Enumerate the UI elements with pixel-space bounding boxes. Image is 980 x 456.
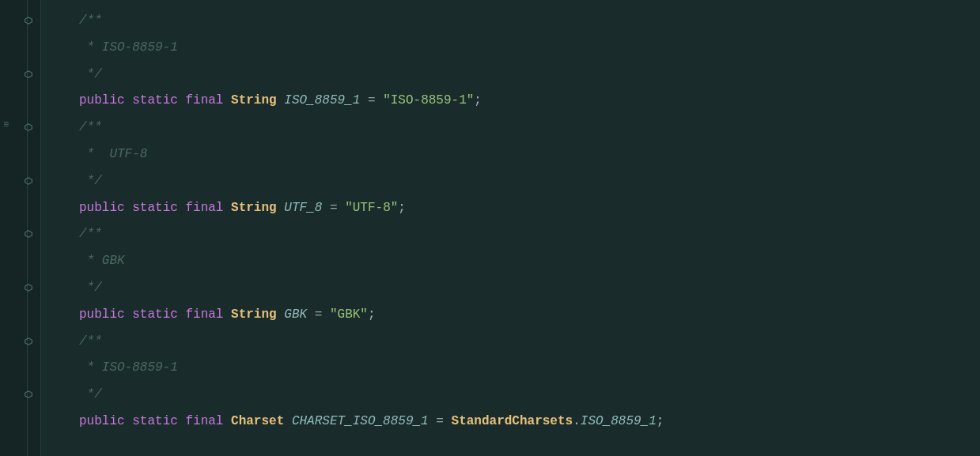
code-token: * GBK (79, 254, 125, 268)
code-token: ; (656, 414, 664, 428)
code-line[interactable]: /** (79, 115, 980, 141)
code-line[interactable]: * UTF-8 (79, 141, 980, 168)
code-token: "ISO-8859-1" (383, 93, 474, 107)
code-token: /** (79, 334, 102, 349)
fold-marker-icon[interactable] (22, 14, 35, 27)
code-token: */ (79, 387, 102, 401)
code-token: /** (79, 13, 102, 28)
fold-marker-icon[interactable] (22, 281, 35, 294)
code-token: Charset (231, 414, 284, 428)
code-token: CHARSET_ISO_8859_1 (292, 414, 429, 428)
code-line[interactable]: public static final Charset CHARSET_ISO_… (79, 409, 980, 435)
code-token: ISO_8859_1 (581, 414, 656, 428)
code-line[interactable]: public static final String UTF_8 = "UTF-… (79, 195, 980, 222)
code-token: = (330, 201, 338, 215)
code-token: GBK (284, 307, 307, 322)
fold-marker-icon[interactable] (22, 175, 35, 187)
code-token: final (185, 93, 223, 107)
gutter[interactable] (17, 0, 41, 456)
code-line[interactable]: /** (79, 8, 980, 35)
fold-marker-icon[interactable] (22, 68, 35, 81)
code-line[interactable]: */ (79, 168, 980, 195)
code-token (322, 201, 330, 215)
code-token: StandardCharsets (452, 414, 573, 428)
code-token (277, 307, 285, 322)
code-editor[interactable]: ≡ /** * ISO-8859-1 */public static final… (0, 0, 980, 456)
code-token (125, 307, 133, 322)
fold-marker-icon[interactable] (22, 388, 35, 401)
code-token: final (185, 201, 223, 215)
code-line[interactable]: /** (79, 221, 980, 248)
code-line[interactable]: * ISO-8859-1 (79, 35, 980, 62)
code-token (360, 93, 368, 107)
code-token (277, 93, 285, 107)
fold-marker-icon[interactable] (22, 121, 35, 134)
code-token: ; (398, 201, 406, 215)
code-line[interactable]: * ISO-8859-1 (79, 355, 980, 382)
code-token: /** (79, 120, 102, 134)
code-token: String (231, 307, 277, 322)
code-token: * ISO-8859-1 (79, 40, 178, 55)
code-token: * UTF-8 (79, 147, 147, 161)
code-token (223, 93, 231, 107)
code-token (338, 201, 346, 215)
code-token (125, 93, 133, 107)
minimap-column: ≡ (0, 0, 17, 456)
code-token: */ (79, 67, 102, 81)
code-token: /** (79, 227, 102, 241)
code-token (178, 93, 186, 107)
fold-marker-icon[interactable] (22, 335, 35, 348)
code-token: static (132, 201, 178, 215)
code-token: = (436, 414, 444, 428)
code-token: "GBK" (330, 307, 368, 322)
code-token: public (79, 93, 125, 107)
code-token (376, 93, 384, 107)
code-token (223, 307, 231, 322)
code-token: final (185, 414, 223, 428)
code-token: */ (79, 174, 102, 188)
code-line[interactable]: public static final String ISO_8859_1 = … (79, 88, 980, 115)
code-token: public (79, 201, 125, 215)
code-line[interactable]: */ (79, 382, 980, 409)
code-token (322, 307, 330, 322)
breadcrumb-icon: ≡ (3, 119, 9, 130)
code-token: ISO_8859_1 (284, 93, 360, 107)
code-token: final (185, 307, 223, 322)
code-token (429, 414, 437, 428)
code-token (444, 414, 452, 428)
code-token (178, 307, 186, 322)
code-token: ; (474, 93, 482, 107)
code-token: "UTF-8" (345, 201, 398, 215)
code-token: * ISO-8859-1 (79, 360, 178, 375)
code-line[interactable]: /** (79, 329, 980, 356)
code-token: . (573, 414, 581, 428)
code-token: String (231, 201, 277, 215)
code-token (178, 414, 186, 428)
code-token: static (132, 93, 178, 107)
code-token (125, 201, 133, 215)
code-token (277, 201, 285, 215)
code-token (307, 307, 315, 322)
code-token (223, 201, 231, 215)
code-token: static (132, 307, 178, 322)
code-line[interactable]: * GBK (79, 248, 980, 275)
code-token: public (79, 307, 125, 322)
code-token (284, 414, 292, 428)
code-token: UTF_8 (284, 201, 322, 215)
code-token (223, 414, 231, 428)
code-token (178, 201, 186, 215)
code-token: = (368, 93, 376, 107)
code-token: static (132, 414, 178, 428)
fold-marker-icon[interactable] (22, 228, 35, 240)
code-line[interactable]: */ (79, 62, 980, 89)
code-line[interactable]: */ (79, 275, 980, 302)
code-token: = (315, 307, 323, 322)
code-token (125, 414, 133, 428)
code-token: */ (79, 281, 102, 295)
code-token: String (231, 93, 277, 107)
code-line[interactable]: public static final String GBK = "GBK"; (79, 302, 980, 329)
code-area[interactable]: /** * ISO-8859-1 */public static final S… (41, 0, 980, 456)
code-token: public (79, 414, 125, 428)
code-token: ; (368, 307, 376, 322)
